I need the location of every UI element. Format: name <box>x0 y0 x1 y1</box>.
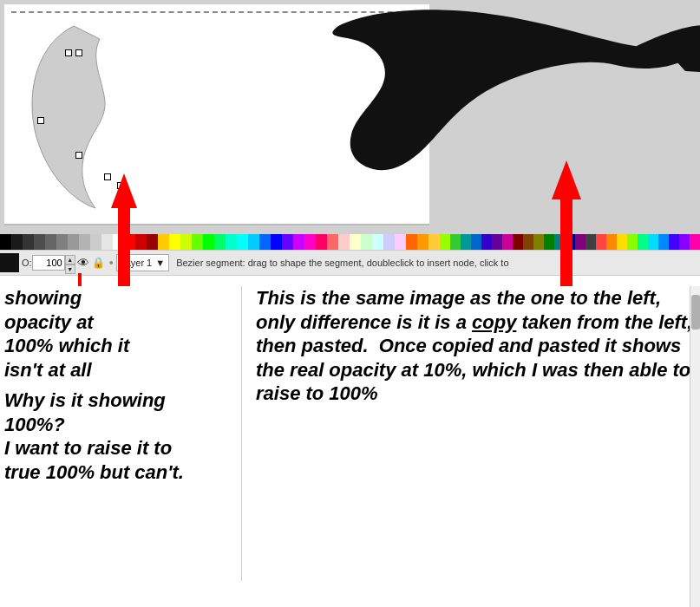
palette-swatch[interactable] <box>304 234 316 250</box>
palette-swatch[interactable] <box>669 234 679 250</box>
status-bar: Bezier segment: drag to shape the segmen… <box>169 258 700 268</box>
palette-swatch[interactable] <box>282 234 293 250</box>
palette-swatch[interactable] <box>596 234 606 250</box>
visibility-icon[interactable]: 👁 <box>75 255 91 271</box>
annotation-left: showing opacity at 100% which it isn't a… <box>4 286 239 484</box>
palette-swatch[interactable] <box>627 234 638 250</box>
svg-marker-3 <box>111 173 137 295</box>
annotation-left-question: Why is it showing 100%? I want to raise … <box>4 388 239 484</box>
opacity-spinner[interactable]: ▲ ▼ <box>65 255 75 271</box>
palette-swatch[interactable] <box>461 234 471 250</box>
palette-swatch[interactable] <box>429 234 440 250</box>
annotation-area: showing opacity at 100% which it isn't a… <box>0 286 700 607</box>
palette-swatch[interactable] <box>169 234 180 250</box>
palette-swatch[interactable] <box>492 234 502 250</box>
palette-swatch[interactable] <box>638 234 648 250</box>
palette-swatch[interactable] <box>192 234 203 250</box>
palette-swatch[interactable] <box>237 234 248 250</box>
palette-swatch[interactable] <box>679 234 690 250</box>
palette-swatch[interactable] <box>11 234 23 250</box>
palette-swatch[interactable] <box>502 234 513 250</box>
palette-swatch[interactable] <box>361 234 372 250</box>
palette-swatch[interactable] <box>372 234 383 250</box>
dropdown-arrow-icon: ▼ <box>155 258 165 268</box>
palette-swatch[interactable] <box>158 234 169 250</box>
selection-handle <box>65 49 72 56</box>
palette-swatch[interactable] <box>34 234 45 250</box>
fill-indicator <box>0 253 19 272</box>
selection-handle <box>75 152 82 159</box>
red-arrow-right <box>545 160 588 290</box>
annotation-right: This is the same image as the one to the… <box>256 286 698 406</box>
palette-swatch[interactable] <box>617 234 627 250</box>
palette-swatch[interactable] <box>523 234 533 250</box>
spin-up[interactable]: ▲ <box>65 255 75 264</box>
palette-swatch[interactable] <box>481 234 492 250</box>
palette-swatch[interactable] <box>203 234 214 250</box>
palette-swatch[interactable] <box>450 234 461 250</box>
scrollbar-thumb[interactable] <box>691 295 700 330</box>
opacity-input[interactable] <box>32 255 65 271</box>
palette-swatch[interactable] <box>471 234 481 250</box>
palette-swatch[interactable] <box>56 234 68 250</box>
palette-swatch[interactable] <box>293 234 304 250</box>
palette-swatch[interactable] <box>271 234 282 250</box>
canvas-bottom-line <box>4 224 429 225</box>
palette-swatch[interactable] <box>350 234 361 250</box>
palette-swatch[interactable] <box>90 234 101 250</box>
palette-swatch[interactable] <box>417 234 429 250</box>
palette-swatch[interactable] <box>338 234 350 250</box>
red-arrow-center <box>102 173 146 295</box>
palette-swatch[interactable] <box>45 234 56 250</box>
opacity-label: O: <box>22 258 32 268</box>
palette-swatch[interactable] <box>316 234 327 250</box>
palette-swatch[interactable] <box>606 234 617 250</box>
palette-swatch[interactable] <box>406 234 417 250</box>
palette-swatch[interactable] <box>180 234 192 250</box>
palette-swatch[interactable] <box>226 234 237 250</box>
palette-swatch[interactable] <box>0 234 11 250</box>
palette-swatch[interactable] <box>533 234 544 250</box>
palette-swatch[interactable] <box>648 234 658 250</box>
palette-swatch[interactable] <box>23 234 34 250</box>
palette-swatch[interactable] <box>440 234 450 250</box>
palette-swatch[interactable] <box>248 234 259 250</box>
palette-swatch[interactable] <box>259 234 271 250</box>
scrollbar-right[interactable] <box>690 286 700 607</box>
palette-swatch[interactable] <box>68 234 79 250</box>
selection-handle <box>37 117 44 124</box>
svg-marker-4 <box>552 160 581 290</box>
palette-swatch[interactable] <box>327 234 338 250</box>
palette-swatch[interactable] <box>79 234 90 250</box>
divider <box>241 286 242 581</box>
annotation-left-text: showing opacity at 100% which it isn't a… <box>4 286 239 382</box>
palette-swatch[interactable] <box>513 234 523 250</box>
black-bird-shape <box>269 0 700 234</box>
palette-swatch[interactable] <box>658 234 669 250</box>
palette-swatch[interactable] <box>690 234 700 250</box>
copy-word: copy <box>472 311 516 333</box>
palette-swatch[interactable] <box>214 234 226 250</box>
selection-handle <box>75 49 82 56</box>
annotation-right-text: This is the same image as the one to the… <box>256 286 698 406</box>
palette-swatch[interactable] <box>147 234 158 250</box>
palette-swatch[interactable] <box>395 234 406 250</box>
palette-swatch[interactable] <box>383 234 395 250</box>
